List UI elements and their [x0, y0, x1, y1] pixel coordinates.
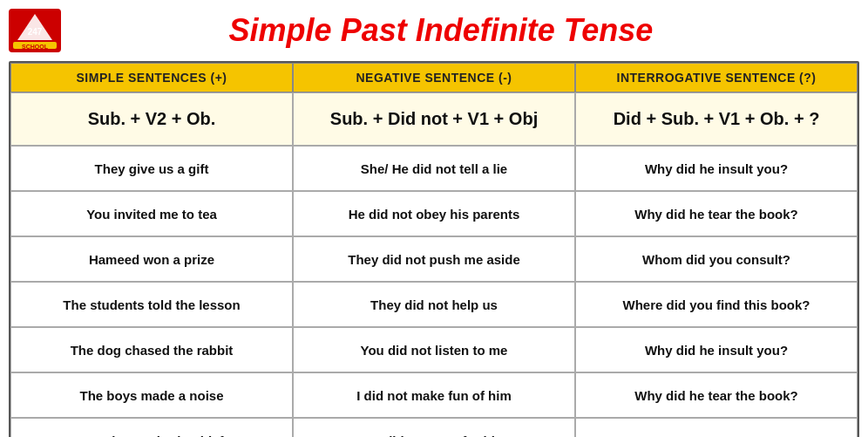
table-row: Where did you find this book? [575, 282, 858, 327]
col-header-negative: NEGATIVE SENTENCE (-) [293, 63, 575, 92]
table-row: They give us a gift [10, 146, 293, 191]
data-rows: They give us a giftYou invited me to tea… [10, 146, 858, 437]
col-interrogative: Why did he insult you?Why did he tear th… [575, 146, 858, 437]
table-row: Whom did you consult? [575, 236, 858, 282]
column-headers: SIMPLE SENTENCES (+) NEGATIVE SENTENCE (… [10, 63, 858, 92]
col-negative: She/ He did not tell a lieHe did not obe… [293, 146, 575, 437]
table-row: She/ He did not tell a lie [293, 146, 575, 191]
table-row: People caught the thief [10, 418, 293, 437]
table-row: Hameed won a prize [10, 236, 293, 282]
formula-row: Sub. + V2 + Ob. Sub. + Did not + V1 + Ob… [10, 92, 858, 146]
logo: SCHOOL 247 [9, 9, 61, 52]
main-table: SIMPLE SENTENCES (+) NEGATIVE SENTENCE (… [9, 61, 859, 437]
formula-simple: Sub. + V2 + Ob. [10, 92, 293, 146]
formula-interrogative: Did + Sub. + V1 + Ob. + ? [575, 92, 858, 146]
svg-text:247: 247 [28, 27, 43, 37]
page-title: Simple Past Indefinite Tense [75, 12, 859, 49]
table-row: Why did he tear the book? [575, 191, 858, 236]
table-row: You did not listen to me [293, 327, 575, 372]
table-row: The dog chased the rabbit [10, 327, 293, 372]
table-row: The boys made a noise [10, 372, 293, 418]
table-row: He did not obey his parents [293, 191, 575, 236]
table-row: You invited me to tea [10, 191, 293, 236]
table-row: We did not care for him [293, 418, 575, 437]
table-row: They did not help us [293, 282, 575, 327]
col-simple: They give us a giftYou invited me to tea… [10, 146, 293, 437]
col-header-simple: SIMPLE SENTENCES (+) [10, 63, 293, 92]
table-row: Why did he tear the book? [575, 372, 858, 418]
table-row: I did not make fun of him [293, 372, 575, 418]
col-header-interrogative: INTERROGATIVE SENTENCE (?) [575, 63, 858, 92]
table-row: Why did he insult you? [575, 327, 858, 372]
table-row [575, 418, 858, 437]
page-header: SCHOOL 247 Simple Past Indefinite Tense [9, 9, 859, 52]
table-row: They did not push me aside [293, 236, 575, 282]
table-row: The students told the lesson [10, 282, 293, 327]
table-row: Why did he insult you? [575, 146, 858, 191]
formula-negative: Sub. + Did not + V1 + Obj [293, 92, 575, 146]
svg-text:SCHOOL: SCHOOL [22, 44, 49, 50]
